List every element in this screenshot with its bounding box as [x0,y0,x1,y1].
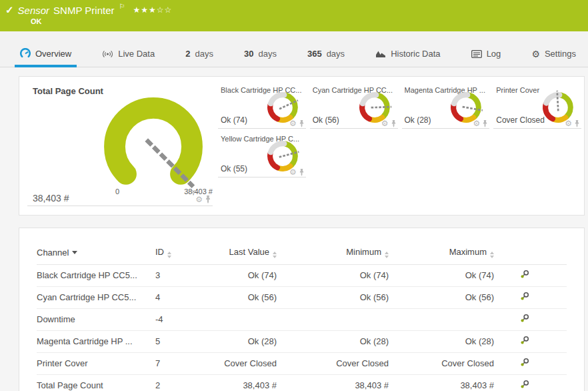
channel-settings-icon[interactable] [520,292,529,303]
gear-icon: ⚙ [531,49,540,59]
main-gauge-value: 38,403 # [33,193,69,204]
priority-stars[interactable]: ★★★☆☆ [133,5,173,15]
channel-link[interactable]: Printer Cover [37,353,155,375]
tile-value: Ok (28) [405,115,431,125]
channel-link[interactable]: Total Page Count [37,375,155,391]
sort-icon [167,252,171,258]
sort-icon [385,252,389,258]
table-row: Downtime -4 [37,309,567,331]
tab-overview[interactable]: Overview [15,44,77,67]
pin-icon[interactable] [205,195,211,204]
tab-historic-data[interactable]: Historic Data [370,45,445,67]
gauge-settings-gear-icon[interactable]: ⚙ [289,168,297,176]
pin-icon[interactable] [299,119,305,127]
status-badge: OK [31,17,581,25]
tab-live-data[interactable]: Live Data [97,45,160,67]
tab-365-days[interactable]: 365days [302,45,350,67]
column-header-minimum[interactable]: Minimum [277,242,389,265]
main-gauge-tile[interactable]: Total Page Count × 0 38,403 # 38,403 # ⚙ [27,81,213,206]
channel-link[interactable]: Cyan Cartridge HP CC5... [37,287,155,309]
flag-icon[interactable]: ⚐ [119,3,125,10]
sort-icon [273,252,277,258]
pin-icon[interactable] [574,119,580,127]
tile-value: Ok (56) [313,115,339,125]
tile-value: Cover Closed [496,115,545,125]
tile-value: Ok (74) [221,115,247,125]
tab-settings[interactable]: ⚙ Settings [526,45,581,67]
column-header-channel[interactable]: Channel [37,242,155,265]
column-header-maximum[interactable]: Maximum [389,242,494,265]
tile-printer-cover[interactable]: Printer Cover Cover Closed ⚙ [493,83,581,129]
total-page-count-gauge: × [94,87,213,194]
table-row: Printer Cover 7 Cover Closed Cover Close… [37,353,567,375]
table-row: Magenta Cartridge HP ... 5 Ok (28) Ok (2… [37,331,567,353]
pin-icon[interactable] [482,119,488,127]
tile-yellow-cartridge[interactable]: Yellow Cartridge HP C... Ok (55) ⚙ [218,132,306,177]
pin-icon[interactable] [299,168,305,176]
chart-icon [375,50,386,58]
table-row: Total Page Count 2 38,403 # 38,403 # 38,… [37,375,567,391]
gauge-settings-gear-icon[interactable]: ⚙ [565,119,572,127]
gauge-settings-gear-icon[interactable]: ⚙ [289,119,297,127]
column-header-last-value[interactable]: Last Value [197,242,277,265]
channel-link[interactable]: Magenta Cartridge HP ... [37,331,155,353]
tile-magenta-cartridge[interactable]: Magenta Cartridge HP ... Ok (28) ⚙ [402,83,490,129]
sort-icon [490,252,494,258]
gauge-settings-gear-icon[interactable]: ⚙ [381,119,389,127]
sensor-type-label: Sensor [18,5,50,16]
pin-icon[interactable] [391,119,397,127]
channels-table: Channel ID Last Value Minimum Maximum Bl… [37,242,567,391]
sort-desc-icon [72,251,77,254]
channel-link[interactable]: Downtime [37,309,155,331]
channel-settings-icon[interactable] [520,336,529,347]
tile-value: Ok (55) [221,164,247,173]
table-row: Cyan Cartridge HP CC5... 4 Ok (56) Ok (5… [37,287,567,309]
tab-2-days[interactable]: 2days [180,45,219,67]
log-icon [471,50,482,58]
ok-check-icon: ✓ [5,4,14,16]
channel-settings-icon[interactable] [520,314,529,325]
channels-panel: Channel ID Last Value Minimum Maximum Bl… [19,228,585,391]
tab-bar: Overview Live Data 2days 30days 365days … [0,31,588,67]
channel-link[interactable]: Black Cartridge HP CC5... [37,265,155,287]
broadcast-icon [102,50,113,58]
tab-30-days[interactable]: 30days [239,45,282,67]
tile-cyan-cartridge[interactable]: Cyan Cartridge HP CC... Ok (56) ⚙ [310,83,398,129]
channel-settings-icon[interactable] [520,358,529,369]
table-row: Black Cartridge HP CC5... 3 Ok (74) Ok (… [37,265,567,287]
column-header-id[interactable]: ID [155,242,197,265]
gauge-settings-gear-icon[interactable]: ⚙ [473,119,480,127]
small-gauges-grid: Black Cartridge HP CC... Ok (74) ⚙ Cyan … [213,81,584,208]
table-header-row: Channel ID Last Value Minimum Maximum [37,242,567,265]
page-title: SNMP Printer [53,5,114,16]
tab-log[interactable]: Log [466,45,507,67]
sensor-header: ✓ Sensor SNMP Printer ⚐ ★★★☆☆ OK [0,0,588,31]
tile-black-cartridge[interactable]: Black Cartridge HP CC... Ok (74) ⚙ [218,83,306,129]
gauges-panel: Total Page Count × 0 38,403 # 38,403 # ⚙ [19,76,585,216]
channel-settings-icon[interactable] [520,380,529,391]
gauge-icon [20,48,31,59]
gauge-settings-gear-icon[interactable]: ⚙ [195,196,203,204]
channel-settings-icon[interactable] [520,270,529,281]
